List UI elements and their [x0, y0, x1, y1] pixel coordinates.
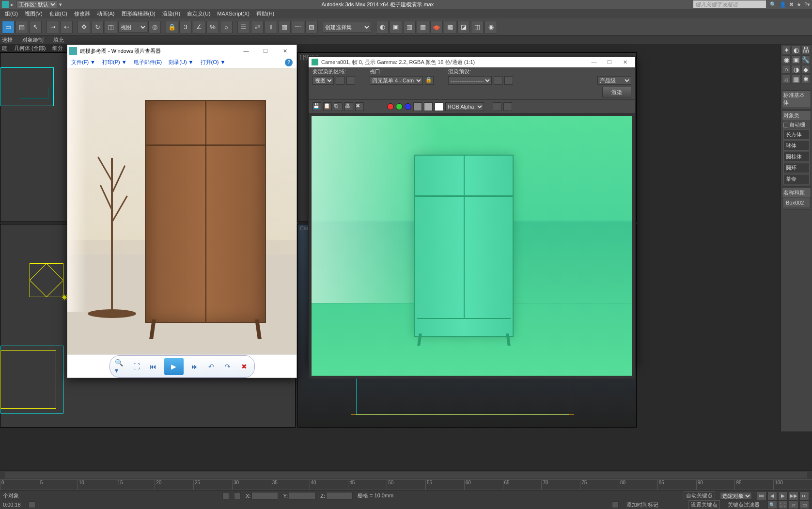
- motion-tab-icon[interactable]: ◉: [782, 55, 791, 64]
- rw-mono-icon[interactable]: [413, 102, 422, 111]
- sub-cat-4[interactable]: ☼: [782, 75, 791, 83]
- rw-clone-icon[interactable]: ⧉: [334, 102, 343, 111]
- modify-tab-icon[interactable]: ◐: [792, 46, 800, 54]
- rollup-stdprim-header[interactable]: 标准基本体: [782, 91, 811, 107]
- rw-preset-btn1[interactable]: [494, 76, 502, 85]
- rw-alpha-icon[interactable]: [424, 102, 433, 111]
- rw-render-button[interactable]: 渲染: [602, 87, 631, 97]
- snap-3[interactable]: 3: [179, 21, 192, 33]
- pv-prev-icon[interactable]: ⏮: [148, 361, 158, 372]
- rw-viewport-select[interactable]: 四元菜单 4 - Cam: [370, 76, 423, 85]
- display-tab-icon[interactable]: ▣: [792, 55, 800, 64]
- search-icon[interactable]: 🔍: [770, 1, 777, 8]
- autogrid-checkbox[interactable]: [783, 123, 788, 127]
- select-name-tool[interactable]: ▤: [16, 21, 28, 33]
- sub-cat-5[interactable]: ▦: [792, 75, 800, 83]
- selection-lock[interactable]: 🔒: [166, 21, 178, 33]
- nav-zoomall-icon[interactable]: ⛶: [778, 500, 788, 509]
- favorite-icon[interactable]: ★: [796, 1, 801, 8]
- workspace-select[interactable]: 工作区: 默认: [16, 0, 57, 8]
- schematic-view[interactable]: ▧: [305, 21, 318, 33]
- exchange-icon[interactable]: ✖: [789, 1, 794, 8]
- sub-cat-1[interactable]: ○: [782, 65, 791, 74]
- rw-close-button[interactable]: ✕: [618, 58, 632, 66]
- rw-lock-icon[interactable]: 🔒: [425, 76, 434, 85]
- menu-customize[interactable]: 自定义(U): [184, 9, 213, 18]
- mirror-tool[interactable]: ⇄: [251, 21, 264, 33]
- render-prod[interactable]: ▩: [444, 21, 456, 33]
- rw-save-icon[interactable]: 💾: [312, 102, 321, 111]
- material-editor[interactable]: ◐: [376, 21, 389, 33]
- prev-frame-button[interactable]: ◀: [767, 492, 777, 500]
- pv-delete-icon[interactable]: ✖: [239, 361, 250, 372]
- rw-clear-icon[interactable]: ✖: [355, 102, 364, 111]
- pv-menu-email[interactable]: 电子邮件(E): [134, 59, 162, 66]
- render-iter[interactable]: ◪: [457, 21, 470, 33]
- nav-fov-icon[interactable]: ▱: [789, 500, 798, 509]
- rw-minimize-button[interactable]: —: [587, 58, 601, 66]
- rw-channel-r[interactable]: [387, 103, 394, 110]
- rw-quality-select[interactable]: 产品级: [597, 76, 631, 85]
- rw-area-btn2[interactable]: [346, 76, 355, 85]
- spinner-snap[interactable]: ⌕: [220, 21, 233, 33]
- render-frame-window[interactable]: Camera001, 帧 0, 显示 Gamma: 2.2, RGBA 颜色 1…: [308, 56, 636, 366]
- percent-snap[interactable]: %: [206, 21, 219, 33]
- pv-slideshow-button[interactable]: ▶: [164, 358, 184, 375]
- sub2-model[interactable]: 建: [2, 45, 7, 52]
- sub-cat-6[interactable]: ✱: [801, 75, 810, 83]
- timeline[interactable]: 0510152025303540455055606570758085909510…: [0, 470, 812, 491]
- link-tool[interactable]: ⇢: [47, 21, 59, 33]
- z-input[interactable]: [326, 492, 353, 500]
- pv-help-icon[interactable]: ?: [285, 59, 293, 66]
- menu-view[interactable]: 视图(V): [22, 9, 46, 18]
- create-tab-icon[interactable]: ✦: [782, 46, 791, 54]
- ref-coord-select[interactable]: 视图: [118, 22, 147, 32]
- menu-group[interactable]: 组(G): [2, 9, 21, 18]
- y-input[interactable]: [289, 492, 315, 500]
- menu-render[interactable]: 渲染(R): [159, 9, 183, 18]
- ribbon-objpaint[interactable]: 对象绘制: [22, 36, 44, 44]
- pv-minimize-button[interactable]: —: [236, 46, 256, 56]
- sel-lock-toggle[interactable]: [222, 493, 229, 499]
- render-active[interactable]: ◫: [471, 21, 484, 33]
- rollup-namecolor-header[interactable]: 名称和颜: [782, 188, 811, 197]
- prim-torus[interactable]: 圆环: [783, 163, 810, 173]
- menu-anim[interactable]: 动画(A): [94, 9, 118, 18]
- render-last[interactable]: ▦: [417, 21, 429, 33]
- key-target-select[interactable]: 选定对象: [720, 492, 752, 500]
- menu-create[interactable]: 创建(C): [47, 9, 70, 18]
- rw-channel-b[interactable]: [405, 103, 411, 110]
- pv-rotate-cw-icon[interactable]: ↷: [222, 361, 233, 372]
- select-arrow[interactable]: ↖: [29, 21, 42, 33]
- sub-cat-3[interactable]: ◆: [801, 65, 810, 74]
- keyfilter-button[interactable]: 关键点过滤器: [728, 501, 760, 509]
- nav-zoom-icon[interactable]: 🔍: [767, 500, 777, 509]
- pv-menu-open[interactable]: 打开(O) ▼: [201, 59, 226, 66]
- rw-copy-icon[interactable]: 📋: [323, 102, 332, 111]
- menu-help[interactable]: 帮助(H): [253, 9, 277, 18]
- prim-cylinder[interactable]: 圆柱体: [783, 152, 810, 162]
- pv-fit-icon[interactable]: ⛶: [131, 361, 142, 372]
- goto-start-button[interactable]: ⏮: [757, 492, 766, 500]
- object-name-field[interactable]: Box002: [783, 198, 810, 207]
- pivot-tool[interactable]: ◎: [148, 21, 161, 33]
- rw-color-swatch[interactable]: [435, 102, 443, 111]
- render-frame[interactable]: ▥: [403, 21, 416, 33]
- title-arrow-icon[interactable]: ▸: [11, 1, 14, 8]
- curve-editor[interactable]: 〰: [292, 21, 304, 33]
- teapot-render[interactable]: ◉: [484, 21, 497, 33]
- abs-rel-toggle[interactable]: [234, 493, 241, 499]
- play-button[interactable]: ▶: [778, 492, 788, 500]
- pv-zoom-icon[interactable]: 🔍▾: [115, 361, 125, 372]
- rw-channel-select[interactable]: RGB Alpha: [445, 102, 484, 111]
- sub2-geom[interactable]: 几何体 (全部): [14, 45, 46, 52]
- next-frame-button[interactable]: ▶▶: [789, 492, 798, 500]
- named-sel[interactable]: ☰: [237, 21, 250, 33]
- pv-next-icon[interactable]: ⏭: [189, 361, 200, 372]
- pv-maximize-button[interactable]: ☐: [256, 46, 275, 56]
- x-input[interactable]: [251, 492, 278, 500]
- goto-end-button[interactable]: ⏭: [799, 492, 809, 500]
- signin-icon[interactable]: 👤: [780, 1, 786, 8]
- script-toggle[interactable]: [612, 501, 619, 508]
- rw-maximize-button[interactable]: ☐: [602, 58, 617, 66]
